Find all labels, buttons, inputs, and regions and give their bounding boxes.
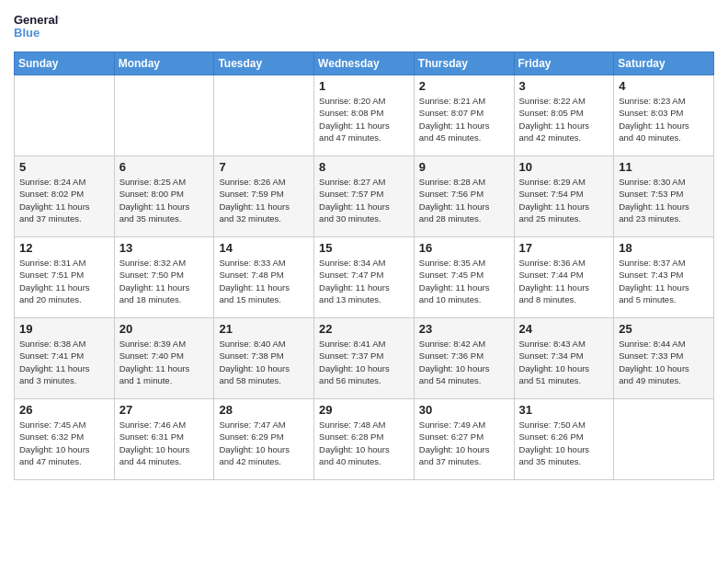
day-cell: 7Sunrise: 8:26 AM Sunset: 7:59 PM Daylig… [214, 156, 314, 237]
day-number: 30 [419, 403, 509, 417]
day-cell: 26Sunrise: 7:45 AM Sunset: 6:32 PM Dayli… [15, 399, 115, 480]
day-number: 20 [119, 322, 210, 336]
day-info: Sunrise: 8:37 AM Sunset: 7:43 PM Dayligh… [619, 257, 709, 305]
day-number: 21 [219, 322, 309, 336]
day-cell: 30Sunrise: 7:49 AM Sunset: 6:27 PM Dayli… [414, 399, 514, 480]
day-number: 24 [519, 322, 609, 336]
day-cell: 10Sunrise: 8:29 AM Sunset: 7:54 PM Dayli… [514, 156, 614, 237]
day-cell: 31Sunrise: 7:50 AM Sunset: 6:26 PM Dayli… [514, 399, 614, 480]
day-number: 4 [619, 79, 709, 93]
calendar-table: SundayMondayTuesdayWednesdayThursdayFrid… [14, 52, 714, 480]
day-number: 9 [419, 160, 509, 174]
day-info: Sunrise: 8:24 AM Sunset: 8:02 PM Dayligh… [19, 176, 109, 224]
day-number: 6 [119, 160, 210, 174]
day-info: Sunrise: 8:25 AM Sunset: 8:00 PM Dayligh… [119, 176, 210, 224]
day-cell: 29Sunrise: 7:48 AM Sunset: 6:28 PM Dayli… [314, 399, 415, 480]
day-info: Sunrise: 8:39 AM Sunset: 7:40 PM Dayligh… [119, 338, 210, 386]
day-info: Sunrise: 8:38 AM Sunset: 7:41 PM Dayligh… [19, 338, 109, 386]
day-cell: 17Sunrise: 8:36 AM Sunset: 7:44 PM Dayli… [514, 237, 614, 318]
day-number: 14 [219, 241, 309, 255]
day-info: Sunrise: 8:20 AM Sunset: 8:08 PM Dayligh… [319, 95, 409, 144]
header-wednesday: Wednesday [314, 52, 415, 75]
day-info: Sunrise: 7:50 AM Sunset: 6:26 PM Dayligh… [519, 419, 609, 467]
day-number: 29 [319, 403, 409, 417]
day-number: 25 [619, 322, 709, 336]
day-cell: 8Sunrise: 8:27 AM Sunset: 7:57 PM Daylig… [314, 156, 415, 237]
day-number: 22 [319, 322, 409, 336]
day-cell: 9Sunrise: 8:28 AM Sunset: 7:56 PM Daylig… [414, 156, 514, 237]
day-cell: 5Sunrise: 8:24 AM Sunset: 8:02 PM Daylig… [15, 156, 115, 237]
week-row-4: 26Sunrise: 7:45 AM Sunset: 6:32 PM Dayli… [15, 399, 714, 480]
day-info: Sunrise: 8:42 AM Sunset: 7:36 PM Dayligh… [419, 338, 509, 386]
day-cell: 23Sunrise: 8:42 AM Sunset: 7:36 PM Dayli… [414, 318, 514, 399]
day-cell [614, 399, 714, 480]
day-info: Sunrise: 7:48 AM Sunset: 6:28 PM Dayligh… [319, 419, 409, 467]
week-row-0: 1Sunrise: 8:20 AM Sunset: 8:08 PM Daylig… [15, 75, 714, 156]
header-monday: Monday [114, 52, 214, 75]
svg-text:General: General [14, 13, 58, 27]
day-number: 3 [519, 79, 609, 93]
day-cell: 3Sunrise: 8:22 AM Sunset: 8:05 PM Daylig… [514, 75, 614, 156]
header-tuesday: Tuesday [214, 52, 314, 75]
day-number: 28 [219, 403, 309, 417]
day-cell: 6Sunrise: 8:25 AM Sunset: 8:00 PM Daylig… [114, 156, 214, 237]
day-cell: 28Sunrise: 7:47 AM Sunset: 6:29 PM Dayli… [214, 399, 314, 480]
day-cell: 18Sunrise: 8:37 AM Sunset: 7:43 PM Dayli… [614, 237, 714, 318]
day-info: Sunrise: 8:21 AM Sunset: 8:07 PM Dayligh… [419, 95, 509, 144]
day-info: Sunrise: 8:41 AM Sunset: 7:37 PM Dayligh… [319, 338, 409, 386]
header-friday: Friday [514, 52, 614, 75]
day-number: 17 [519, 241, 609, 255]
day-cell: 16Sunrise: 8:35 AM Sunset: 7:45 PM Dayli… [414, 237, 514, 318]
day-cell: 15Sunrise: 8:34 AM Sunset: 7:47 PM Dayli… [314, 237, 415, 318]
day-info: Sunrise: 8:35 AM Sunset: 7:45 PM Dayligh… [419, 257, 509, 305]
page: General Blue SundayMondayTuesdayWednesda… [0, 0, 728, 563]
header-saturday: Saturday [614, 52, 714, 75]
day-info: Sunrise: 7:46 AM Sunset: 6:31 PM Dayligh… [119, 419, 210, 467]
header-sunday: Sunday [15, 52, 115, 75]
day-cell: 19Sunrise: 8:38 AM Sunset: 7:41 PM Dayli… [15, 318, 115, 399]
day-number: 19 [19, 322, 109, 336]
day-info: Sunrise: 8:32 AM Sunset: 7:50 PM Dayligh… [119, 257, 210, 305]
day-number: 11 [619, 160, 709, 174]
day-number: 10 [519, 160, 609, 174]
week-row-2: 12Sunrise: 8:31 AM Sunset: 7:51 PM Dayli… [15, 237, 714, 318]
day-info: Sunrise: 7:47 AM Sunset: 6:29 PM Dayligh… [219, 419, 309, 467]
day-info: Sunrise: 8:26 AM Sunset: 7:59 PM Dayligh… [219, 176, 309, 224]
day-info: Sunrise: 8:33 AM Sunset: 7:48 PM Dayligh… [219, 257, 309, 305]
day-number: 5 [19, 160, 109, 174]
day-cell [114, 75, 214, 156]
day-info: Sunrise: 7:49 AM Sunset: 6:27 PM Dayligh… [419, 419, 509, 467]
day-cell: 4Sunrise: 8:23 AM Sunset: 8:03 PM Daylig… [614, 75, 714, 156]
day-info: Sunrise: 8:23 AM Sunset: 8:03 PM Dayligh… [619, 95, 709, 144]
day-info: Sunrise: 8:28 AM Sunset: 7:56 PM Dayligh… [419, 176, 509, 224]
day-info: Sunrise: 8:29 AM Sunset: 7:54 PM Dayligh… [519, 176, 609, 224]
day-info: Sunrise: 7:45 AM Sunset: 6:32 PM Dayligh… [19, 419, 109, 467]
day-info: Sunrise: 8:30 AM Sunset: 7:53 PM Dayligh… [619, 176, 709, 224]
day-number: 7 [219, 160, 309, 174]
day-info: Sunrise: 8:36 AM Sunset: 7:44 PM Dayligh… [519, 257, 609, 305]
header-thursday: Thursday [414, 52, 514, 75]
day-cell: 2Sunrise: 8:21 AM Sunset: 8:07 PM Daylig… [414, 75, 514, 156]
day-number: 15 [319, 241, 409, 255]
day-cell: 11Sunrise: 8:30 AM Sunset: 7:53 PM Dayli… [614, 156, 714, 237]
day-number: 8 [319, 160, 409, 174]
day-number: 26 [19, 403, 109, 417]
day-cell: 13Sunrise: 8:32 AM Sunset: 7:50 PM Dayli… [114, 237, 214, 318]
day-info: Sunrise: 8:44 AM Sunset: 7:33 PM Dayligh… [619, 338, 709, 386]
day-number: 13 [119, 241, 210, 255]
day-cell: 22Sunrise: 8:41 AM Sunset: 7:37 PM Dayli… [314, 318, 415, 399]
header: General Blue [14, 9, 714, 44]
logo: General Blue [14, 9, 60, 44]
day-info: Sunrise: 8:31 AM Sunset: 7:51 PM Dayligh… [19, 257, 109, 305]
day-cell: 20Sunrise: 8:39 AM Sunset: 7:40 PM Dayli… [114, 318, 214, 399]
day-cell: 24Sunrise: 8:43 AM Sunset: 7:34 PM Dayli… [514, 318, 614, 399]
day-number: 23 [419, 322, 509, 336]
day-cell: 1Sunrise: 8:20 AM Sunset: 8:08 PM Daylig… [314, 75, 415, 156]
day-number: 18 [619, 241, 709, 255]
week-row-3: 19Sunrise: 8:38 AM Sunset: 7:41 PM Dayli… [15, 318, 714, 399]
day-cell: 12Sunrise: 8:31 AM Sunset: 7:51 PM Dayli… [15, 237, 115, 318]
day-number: 2 [419, 79, 509, 93]
day-cell: 14Sunrise: 8:33 AM Sunset: 7:48 PM Dayli… [214, 237, 314, 318]
day-number: 31 [519, 403, 609, 417]
day-number: 27 [119, 403, 210, 417]
